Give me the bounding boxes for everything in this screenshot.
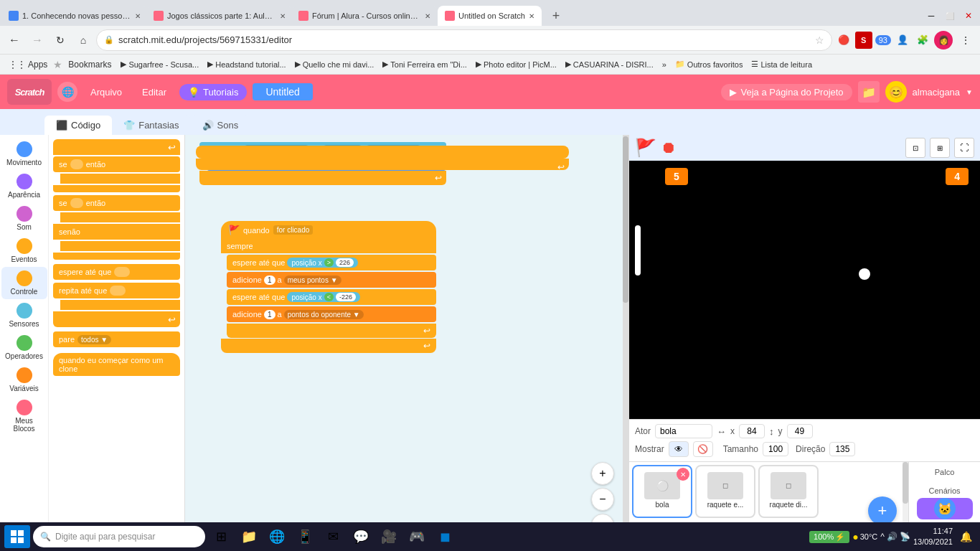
user-avatar[interactable]: 😊 <box>885 81 907 103</box>
tab-code[interactable]: ⬛ Código <box>44 116 112 135</box>
sprite-delete-bola[interactable]: ✕ <box>677 468 689 481</box>
cat-som[interactable]: Som <box>1 202 47 235</box>
sprite-item-raquete-d[interactable]: ◻ raquete di... <box>758 465 819 518</box>
tab-4-active[interactable]: Untitled on Scratch ✕ <box>438 6 542 26</box>
editar-menu[interactable]: Editar <box>135 84 174 100</box>
bm-folder-icon[interactable]: 📁 Outros favoritos <box>672 58 747 70</box>
user-chevron[interactable]: ▼ <box>966 88 973 96</box>
window-minimize[interactable]: ─ <box>923 9 940 23</box>
block-group-main[interactable]: 🚩 quando for clicado sempre espere até q… <box>221 221 436 353</box>
green-flag-button[interactable]: 🚩 <box>635 138 656 158</box>
start-button[interactable] <box>4 525 30 548</box>
taskbar-icon-chrome[interactable]: 🌐 <box>264 524 290 550</box>
home-button[interactable]: ⌂ <box>73 30 93 50</box>
taskbar-icon-android[interactable]: 📱 <box>292 524 318 550</box>
ext-icon-1[interactable]: 🔴 <box>835 32 852 49</box>
bm-casuarina[interactable]: ▶ CASUARINA - DISRI... <box>562 58 657 70</box>
scratch-logo[interactable]: Scratch <box>7 79 52 105</box>
zoom-out-button[interactable]: − <box>591 488 614 511</box>
tab-costumes[interactable]: 👕 Fantasias <box>112 116 190 135</box>
globe-button[interactable]: 🌐 <box>57 82 77 102</box>
taskbar-icon-app1[interactable]: 🎮 <box>404 524 430 550</box>
tab-close-2[interactable]: ✕ <box>280 12 286 20</box>
block-espere-x1[interactable]: espere até que posição x > 226 <box>227 255 436 270</box>
taskbar-search[interactable]: 🔍 Digite aqui para pesquisar <box>33 526 205 547</box>
bm-headstand[interactable]: ▶ Headstand tutorial... <box>204 58 289 70</box>
tab-3[interactable]: Fórum | Alura - Cursos online de... ✕ <box>293 6 436 26</box>
block-arrow[interactable]: ↩ <box>53 139 180 155</box>
block-se-entao-2[interactable]: seentão <box>53 195 180 211</box>
cat-operadores[interactable]: Operadores <box>1 331 47 364</box>
back-button[interactable]: ← <box>4 30 24 50</box>
ext-icon-3[interactable]: 🧩 <box>914 32 931 49</box>
stop-button[interactable]: ⏺ <box>661 138 677 157</box>
actor-name-input[interactable] <box>655 424 712 438</box>
block-clone[interactable]: quando eu começar como um clone <box>53 353 180 376</box>
new-tab-button[interactable]: + <box>546 6 566 26</box>
notification-btn[interactable]: 🔔 <box>956 527 976 547</box>
tab-1[interactable]: 1. Conhecendo novas pessoas: A... ✕ <box>3 6 146 26</box>
forward-button[interactable]: → <box>27 30 47 50</box>
bm-list-icon[interactable]: ☰ Lista de leitura <box>748 58 816 70</box>
block-sempre[interactable]: sempre <box>221 239 436 253</box>
chrome-menu[interactable]: ⋮ <box>956 30 976 50</box>
zoom-in-button[interactable]: + <box>591 462 614 485</box>
window-close[interactable]: ✕ <box>960 9 977 23</box>
taskbar-icon-zoom[interactable]: 🎥 <box>376 524 402 550</box>
bm-quello[interactable]: ▶ Quello che mi davi... <box>291 58 378 70</box>
code-canvas[interactable]: tocando em raquete Esquerda ▼ ou tocando… <box>185 135 628 551</box>
block-adicione-1[interactable]: adicione 1 a meus pontos ▼ <box>227 272 436 288</box>
layout-small-button[interactable]: ⊡ <box>905 138 925 158</box>
arquivo-menu[interactable]: Arquivo <box>83 84 129 100</box>
cat-movimento[interactable]: Movimento <box>1 138 47 170</box>
taskbar-icon-skype[interactable]: 💬 <box>348 524 374 550</box>
scrollbar-vertical[interactable] <box>623 135 628 551</box>
bm-more[interactable]: » <box>659 59 670 70</box>
star-icon[interactable]: ☆ <box>815 34 824 46</box>
block-espere-x2[interactable]: espere até que posição x < -226 <box>227 289 436 305</box>
hat-block-flag[interactable]: 🚩 quando for clicado <box>221 221 436 239</box>
block-pare-todos[interactable]: pare todos ▼ <box>53 331 180 347</box>
tab-close-4[interactable]: ✕ <box>529 12 534 20</box>
tab-2[interactable]: Jogos clássicos parte 1: Aula 1 -... ✕ <box>148 6 291 26</box>
fullscreen-button[interactable]: ⛶ <box>954 138 974 158</box>
cat-meusblocos[interactable]: Meus Blocos <box>1 396 47 436</box>
scenario-thumb[interactable]: 🐱 <box>917 498 973 519</box>
project-title-input[interactable]: Untitled <box>253 83 312 100</box>
ext-icon-s[interactable]: S <box>855 32 872 49</box>
add-sprite-button[interactable]: + <box>868 496 897 525</box>
cat-aparencia[interactable]: Aparência <box>1 170 47 202</box>
sprite-item-raquete-e[interactable]: ◻ raquete e... <box>695 465 755 518</box>
taskbar-icon-explorer[interactable]: 📁 <box>236 524 262 550</box>
bm-bookmarks[interactable]: Bookmarks <box>64 58 116 71</box>
omnibox[interactable]: 🔒 scratch.mit.edu/projects/569715331/edi… <box>96 29 832 51</box>
folder-button[interactable]: 📁 <box>858 81 880 103</box>
bm-apps[interactable]: ⋮⋮ Apps <box>4 58 52 71</box>
block-espere[interactable]: espere até que <box>53 264 180 280</box>
bm-sugarfree[interactable]: ▶ Sugarfree - Scusa... <box>117 58 202 70</box>
tab-sounds[interactable]: 🔊 Sons <box>191 116 250 135</box>
cat-variaveis[interactable]: Variáveis <box>1 364 47 396</box>
block-adicione-2[interactable]: adicione 1 a pontos do oponente ▼ <box>227 306 436 322</box>
profile-avatar[interactable]: 👩 <box>934 31 953 50</box>
bm-toni[interactable]: ▶ Toni Ferreira em "Di... <box>379 58 471 70</box>
layout-medium-button[interactable]: ⊞ <box>930 138 950 158</box>
system-tray[interactable]: ^ 🔊 📡 <box>880 532 910 542</box>
cat-controle[interactable]: Controle <box>1 267 47 299</box>
tab-close-3[interactable]: ✕ <box>425 12 430 20</box>
cat-sensores[interactable]: Sensores <box>1 299 47 331</box>
username[interactable]: almacigana <box>913 87 961 98</box>
cat-eventos[interactable]: Eventos <box>1 235 47 267</box>
taskbar-icon-vscode[interactable]: ◼ <box>432 524 458 550</box>
tutorials-button[interactable]: 💡 Tutoriais <box>179 84 247 100</box>
show-hidden-btn[interactable]: 🚫 <box>693 441 713 457</box>
taskbar-icon-task[interactable]: ⊞ <box>208 524 234 550</box>
block-se-entao-1[interactable]: seentão <box>53 156 180 172</box>
sprite-scrollbar[interactable] <box>903 462 908 531</box>
block-senao[interactable]: senão <box>53 224 180 240</box>
block-repita[interactable]: repita até que <box>53 283 180 298</box>
show-visible-btn[interactable]: 👁 <box>669 441 689 457</box>
refresh-button[interactable]: ↻ <box>50 30 70 50</box>
taskbar-icon-mail[interactable]: ✉ <box>320 524 346 550</box>
tab-close-1[interactable]: ✕ <box>135 12 141 20</box>
